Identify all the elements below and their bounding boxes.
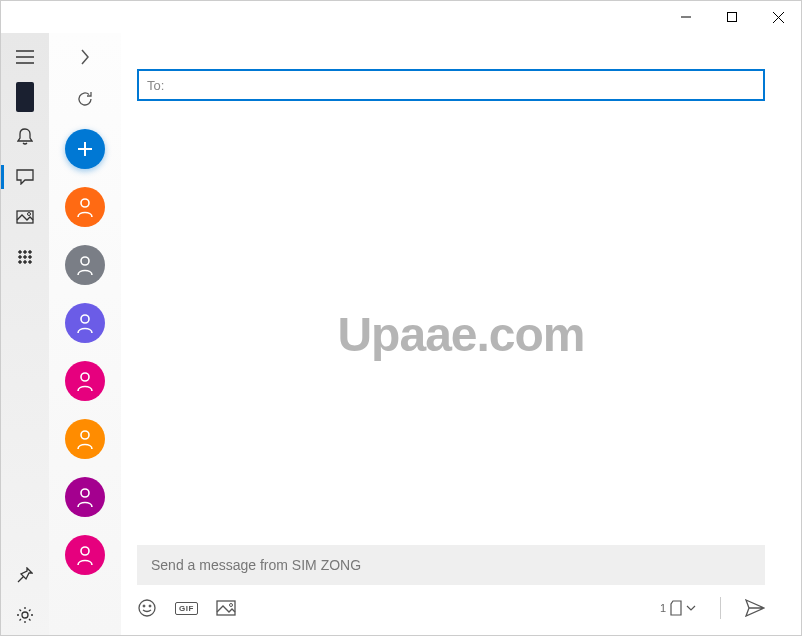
main-area: Upaae.com GIF 1	[1, 33, 801, 635]
contact-avatar[interactable]	[65, 303, 105, 343]
window-titlebar	[1, 1, 801, 33]
phone-thumbnail[interactable]	[1, 77, 49, 117]
send-button[interactable]	[745, 599, 765, 617]
message-input[interactable]	[137, 545, 765, 585]
svg-point-32	[229, 604, 232, 607]
svg-point-27	[81, 547, 89, 555]
emoji-icon[interactable]	[137, 598, 157, 618]
hamburger-icon[interactable]	[1, 37, 49, 77]
chevron-right-icon[interactable]	[80, 45, 90, 69]
svg-point-25	[81, 431, 89, 439]
gif-icon[interactable]: GIF	[175, 602, 198, 615]
svg-point-9	[19, 251, 22, 254]
watermark-text: Upaae.com	[337, 307, 584, 362]
contact-avatar[interactable]	[65, 187, 105, 227]
maximize-button[interactable]	[709, 1, 755, 33]
to-field[interactable]	[137, 69, 765, 101]
divider	[720, 597, 721, 619]
conversation-pane: Upaae.com GIF 1	[121, 33, 801, 635]
image-icon[interactable]	[216, 600, 236, 616]
close-button[interactable]	[755, 1, 801, 33]
refresh-icon[interactable]	[76, 87, 94, 111]
svg-rect-31	[217, 601, 235, 615]
svg-point-10	[24, 251, 27, 254]
new-message-button[interactable]	[65, 129, 105, 169]
contact-avatar[interactable]	[65, 477, 105, 517]
contact-avatar[interactable]	[65, 535, 105, 575]
svg-point-28	[139, 600, 155, 616]
svg-point-24	[81, 373, 89, 381]
svg-point-13	[24, 256, 27, 259]
svg-point-17	[29, 261, 32, 264]
svg-point-30	[149, 605, 151, 607]
dialpad-icon[interactable]	[1, 237, 49, 277]
svg-point-18	[22, 612, 28, 618]
svg-point-22	[81, 257, 89, 265]
messages-icon[interactable]	[1, 157, 49, 197]
svg-point-8	[28, 213, 31, 216]
contacts-column	[49, 33, 121, 635]
contact-avatar[interactable]	[65, 419, 105, 459]
svg-point-11	[29, 251, 32, 254]
message-composer: GIF 1	[121, 545, 801, 635]
svg-point-21	[81, 199, 89, 207]
pin-icon[interactable]	[1, 555, 49, 595]
svg-point-12	[19, 256, 22, 259]
svg-point-23	[81, 315, 89, 323]
svg-rect-1	[728, 13, 737, 22]
chevron-down-icon	[686, 605, 696, 611]
svg-point-14	[29, 256, 32, 259]
sim-selector[interactable]: 1	[660, 600, 696, 616]
photos-icon[interactable]	[1, 197, 49, 237]
svg-point-16	[24, 261, 27, 264]
contact-avatar[interactable]	[65, 361, 105, 401]
settings-icon[interactable]	[1, 595, 49, 635]
contact-avatar[interactable]	[65, 245, 105, 285]
svg-point-15	[19, 261, 22, 264]
svg-point-26	[81, 489, 89, 497]
notifications-icon[interactable]	[1, 117, 49, 157]
nav-sidebar	[1, 33, 49, 635]
svg-point-29	[143, 605, 145, 607]
minimize-button[interactable]	[663, 1, 709, 33]
